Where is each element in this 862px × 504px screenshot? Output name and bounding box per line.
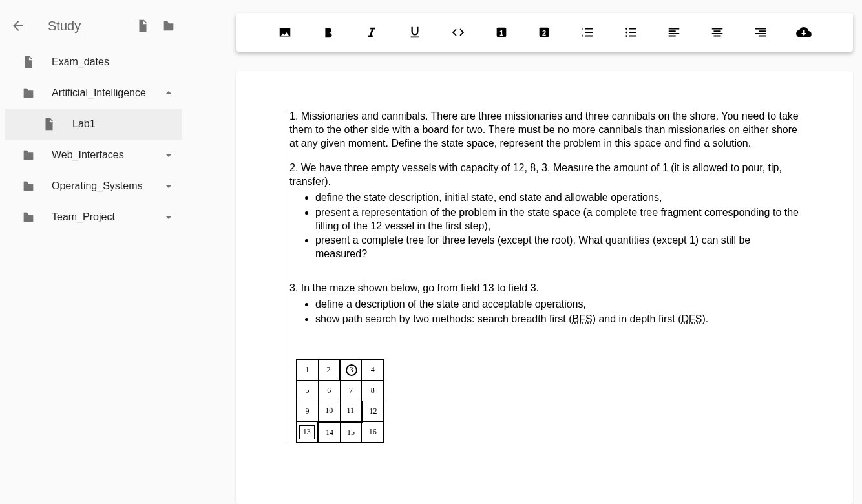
expand-button[interactable] [161, 209, 176, 225]
unordered-list-icon [624, 25, 638, 39]
svg-point-5 [625, 32, 627, 34]
align-right-button[interactable] [750, 22, 771, 43]
maze-cell: 8 [362, 381, 384, 401]
tree-item-web-interfaces[interactable]: Web_Interfaces [0, 140, 187, 171]
chevron-up-icon [161, 85, 176, 101]
italic-icon [364, 25, 379, 39]
ordered-list-icon [580, 25, 594, 39]
maze-cell: 15 [340, 422, 362, 443]
paragraph-2[interactable]: 2. We have three empty vessels with capa… [289, 162, 801, 189]
h2-icon: 2 [537, 25, 551, 39]
tree-item-label: Artificial_Intelligence [52, 87, 161, 99]
tree-item-label: Operating_Systems [52, 180, 161, 192]
align-left-button[interactable] [664, 22, 684, 43]
maze-cell: 7 [340, 381, 362, 401]
expand-button[interactable] [161, 178, 176, 194]
tree-item-operating-systems[interactable]: Operating_Systems [0, 171, 187, 202]
list-item[interactable]: show path search by two methods: search … [315, 313, 801, 326]
unordered-list-button[interactable] [620, 22, 641, 43]
maze-cell: 5 [297, 381, 319, 401]
new-file-button[interactable] [130, 13, 156, 39]
list-2[interactable]: define the state description, initial st… [289, 191, 801, 261]
code-icon [451, 25, 465, 39]
maze-cell-start: 13 [297, 422, 319, 443]
maze-cell: 4 [362, 360, 384, 381]
chevron-down-icon [161, 178, 176, 194]
heading2-button[interactable]: 2 [534, 22, 554, 43]
list-item[interactable]: present a complete tree for three levels… [315, 234, 801, 261]
editor-toolbar: 1 2 [236, 13, 853, 52]
maze-cell: 16 [362, 422, 384, 443]
image-icon [278, 25, 292, 39]
align-center-icon [710, 25, 724, 39]
maze-cell: 6 [318, 381, 340, 401]
align-left-icon [667, 25, 681, 39]
align-center-button[interactable] [707, 22, 728, 43]
maze-cell: 1 [297, 360, 319, 381]
maze-cell: 9 [297, 401, 319, 422]
tree-item-artificial-intelligence[interactable]: Artificial_Intelligence [0, 78, 187, 109]
maze-figure: 1 2 3 4 5 6 7 8 9 10 11 [296, 359, 384, 442]
svg-point-4 [625, 28, 627, 30]
insert-image-button[interactable] [275, 22, 295, 43]
folder-icon [21, 148, 36, 162]
bold-icon [321, 25, 335, 39]
document-content[interactable]: 1. Missionaries and cannibals. There are… [288, 110, 801, 442]
file-icon [21, 55, 36, 69]
maze-cell-goal: 3 [340, 360, 362, 381]
folder-icon [162, 19, 176, 33]
dfs-term: DFS [682, 313, 702, 324]
list-item[interactable]: define the state description, initial st… [315, 191, 801, 205]
list-item[interactable]: present a representation of the problem … [315, 206, 801, 233]
svg-point-6 [625, 35, 627, 37]
underline-icon [408, 25, 422, 39]
bold-button[interactable] [318, 22, 339, 43]
folder-icon [21, 86, 36, 100]
ordered-list-button[interactable] [577, 22, 598, 43]
file-icon [136, 19, 150, 33]
folder-icon [21, 179, 36, 193]
folder-icon [21, 210, 36, 224]
tree-item-team-project[interactable]: Team_Project [0, 202, 187, 233]
maze-cell: 12 [362, 401, 384, 422]
maze-cell: 14 [318, 422, 340, 443]
maze-cell: 11 [340, 401, 362, 422]
collapse-button[interactable] [161, 85, 176, 101]
download-button[interactable] [794, 22, 814, 43]
file-tree: Exam_dates Artificial_Intelligence Lab1 … [0, 41, 187, 233]
editor-pane[interactable]: 1. Missionaries and cannibals. There are… [236, 71, 853, 504]
main-area: 1 2 1. Missionaries and cannibals. There… [187, 0, 862, 504]
sidebar-title: Study [31, 19, 130, 34]
tree-item-exam-dates[interactable]: Exam_dates [0, 47, 187, 78]
heading1-button[interactable]: 1 [491, 22, 512, 43]
list-3[interactable]: define a description of the state and ac… [289, 298, 801, 326]
sidebar-header: Study [0, 10, 187, 41]
expand-button[interactable] [161, 147, 176, 163]
tree-item-label: Web_Interfaces [52, 149, 161, 161]
chevron-down-icon [161, 209, 176, 225]
maze-cell: 2 [318, 360, 340, 381]
tree-item-lab1[interactable]: Lab1 [5, 109, 182, 140]
download-cloud-icon [796, 25, 812, 40]
tree-item-label: Lab1 [72, 118, 171, 130]
sidebar: Study Exam_dates Artificial_Intelligence… [0, 0, 187, 504]
svg-text:2: 2 [542, 29, 546, 37]
h1-icon: 1 [494, 25, 509, 39]
list-item[interactable]: define a description of the state and ac… [315, 298, 801, 311]
paragraph-1[interactable]: 1. Missionaries and cannibals. There are… [289, 110, 801, 150]
back-button[interactable] [5, 13, 31, 39]
paragraph-3[interactable]: 3. In the maze shown below, go from fiel… [289, 282, 801, 295]
arrow-left-icon [10, 18, 26, 34]
align-right-icon [753, 25, 768, 39]
file-icon [42, 117, 56, 131]
tree-item-label: Team_Project [52, 211, 161, 223]
underline-button[interactable] [405, 22, 425, 43]
maze-cell: 10 [318, 401, 340, 422]
code-button[interactable] [448, 22, 468, 43]
bfs-term: BFS [573, 313, 593, 324]
new-folder-button[interactable] [156, 13, 182, 39]
tree-item-label: Exam_dates [52, 56, 176, 68]
chevron-down-icon [161, 147, 176, 163]
svg-text:1: 1 [499, 29, 503, 37]
italic-button[interactable] [361, 22, 382, 43]
